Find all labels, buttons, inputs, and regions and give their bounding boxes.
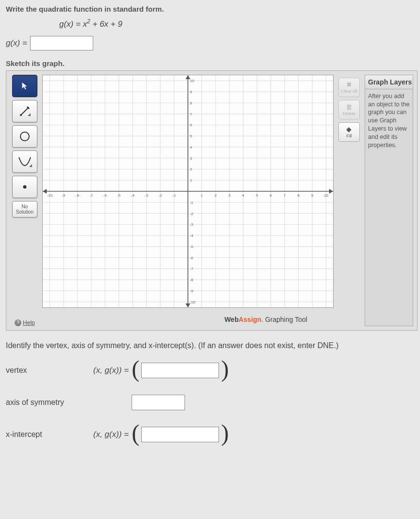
svg-text:4: 4	[242, 193, 244, 198]
svg-line-0	[21, 107, 29, 115]
no-solution-button[interactable]: No Solution	[12, 201, 37, 218]
left-paren: (	[132, 361, 139, 377]
pointer-icon	[20, 82, 29, 90]
vertex-expression: (x, g(x)) =	[93, 366, 129, 375]
svg-text:3: 3	[228, 193, 231, 198]
circle-icon	[18, 130, 31, 143]
svg-text:-8: -8	[190, 278, 194, 282]
vertex-input[interactable]	[141, 363, 219, 378]
svg-text:-1: -1	[190, 200, 194, 204]
xintercept-label: x-intercept	[6, 430, 93, 439]
svg-text:-9: -9	[190, 289, 194, 293]
svg-text:-4: -4	[131, 193, 135, 198]
svg-text:-2: -2	[158, 193, 162, 198]
fill-icon: ◆	[346, 125, 352, 133]
point-icon	[20, 182, 30, 192]
point-tool-button[interactable]	[12, 176, 37, 198]
right-paren: )	[221, 425, 229, 441]
left-paren: (	[132, 425, 139, 441]
svg-text:2: 2	[190, 167, 192, 171]
svg-text:-7: -7	[89, 193, 93, 198]
graph-side-tools: ✖ Clear All 🗑 Delete ◆ Fill	[336, 75, 362, 326]
svg-point-6	[23, 185, 26, 188]
vertex-label: vertex	[6, 366, 93, 375]
svg-text:9: 9	[190, 90, 192, 94]
svg-text:7: 7	[190, 112, 192, 116]
svg-text:-3: -3	[145, 193, 149, 198]
svg-text:-5: -5	[117, 193, 121, 198]
svg-text:-2: -2	[190, 211, 194, 216]
axis-row: axis of symmetry (x, g(x)) =	[6, 389, 414, 416]
svg-text:4: 4	[190, 145, 192, 150]
svg-text:3: 3	[190, 156, 192, 160]
identify-prompt: Identify the vertex, axis of symmetry, a…	[6, 341, 414, 350]
parabola-tool-button[interactable]	[12, 151, 37, 173]
graph-layers-body: After you add an object to the graph you…	[365, 89, 413, 152]
line-tool-button[interactable]	[12, 100, 37, 122]
svg-text:-10: -10	[190, 300, 196, 304]
xintercept-row: x-intercept (x, g(x)) = ( )	[6, 421, 414, 448]
svg-text:10: 10	[190, 79, 194, 83]
svg-text:-1: -1	[172, 193, 176, 198]
svg-text:2: 2	[215, 193, 217, 198]
graph-toolbar: No Solution ? Help	[10, 75, 39, 326]
graphing-tool-panel: No Solution ? Help -10-9-8-7-6-5-4-3-2-1…	[6, 70, 418, 331]
svg-text:-3: -3	[190, 222, 194, 227]
fill-button[interactable]: ◆ Fill	[338, 122, 360, 142]
answer-row: g(x) =	[6, 36, 414, 50]
help-icon: ?	[15, 319, 21, 326]
svg-marker-5	[29, 164, 32, 167]
answer-lhs: g(x) =	[6, 38, 27, 48]
svg-text:7: 7	[284, 193, 286, 198]
svg-text:-4: -4	[190, 234, 194, 238]
svg-text:9: 9	[311, 193, 314, 198]
svg-text:-6: -6	[103, 193, 107, 198]
svg-marker-52	[329, 189, 333, 194]
xintercept-input[interactable]	[141, 427, 219, 442]
svg-text:-7: -7	[190, 267, 194, 271]
svg-text:1: 1	[201, 193, 203, 198]
close-icon: ✖	[346, 81, 352, 88]
graph-layers-panel: Graph Layers After you add an object to …	[365, 75, 413, 326]
svg-text:5: 5	[190, 134, 192, 138]
question-prompt: Write the quadratic function in standard…	[6, 5, 414, 13]
svg-text:5: 5	[256, 193, 258, 198]
svg-text:1: 1	[190, 178, 192, 183]
svg-point-2	[20, 114, 22, 116]
svg-text:-5: -5	[190, 244, 194, 249]
line-icon	[19, 105, 31, 117]
standard-form-input[interactable]	[30, 36, 93, 50]
axis-label: axis of symmetry	[6, 398, 93, 407]
svg-marker-3	[28, 113, 31, 116]
given-equation: g(x) = x2 + 6x + 9	[59, 18, 414, 29]
svg-text:-9: -9	[62, 193, 66, 198]
xintercept-expression: (x, g(x)) =	[93, 430, 129, 439]
graph-canvas[interactable]: -10-9-8-7-6-5-4-3-2-112345678910-10-9-8-…	[42, 75, 334, 308]
svg-text:6: 6	[190, 123, 192, 127]
svg-marker-51	[43, 189, 47, 194]
sketch-prompt: Sketch its graph.	[6, 59, 414, 67]
svg-text:-6: -6	[190, 255, 194, 260]
right-paren: )	[221, 361, 229, 377]
pointer-tool-button[interactable]	[12, 75, 37, 97]
axis-of-symmetry-input[interactable]	[132, 395, 185, 410]
vertex-row: vertex (x, g(x)) = ( )	[6, 357, 414, 384]
svg-text:8: 8	[297, 193, 300, 198]
svg-text:6: 6	[269, 193, 272, 198]
clear-all-button[interactable]: ✖ Clear All	[338, 78, 360, 97]
svg-text:10: 10	[324, 193, 328, 198]
svg-text:8: 8	[190, 101, 192, 105]
parabola-icon	[17, 155, 32, 168]
delete-button[interactable]: 🗑 Delete	[338, 100, 360, 119]
webassign-brand: WebAssign. Graphing Tool	[224, 316, 307, 323]
graph-layers-title: Graph Layers	[365, 75, 413, 89]
svg-text:-10: -10	[47, 193, 53, 198]
help-link[interactable]: ? Help	[15, 319, 35, 326]
svg-point-4	[20, 132, 29, 141]
circle-tool-button[interactable]	[12, 125, 37, 148]
svg-text:-8: -8	[76, 193, 80, 198]
trash-icon: 🗑	[346, 103, 353, 111]
